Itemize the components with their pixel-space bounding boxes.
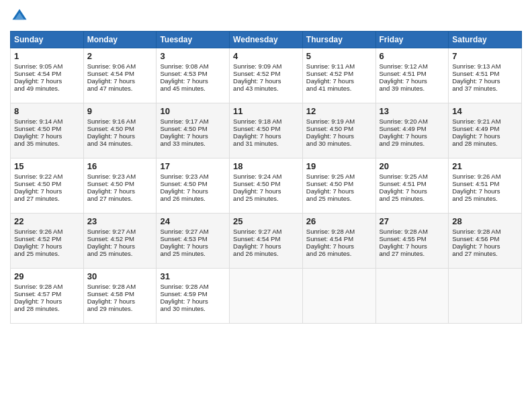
day-detail: Sunset: 4:50 PM [14,180,80,187]
day-detail: and 25 minutes. [306,195,372,202]
day-detail: Sunset: 4:51 PM [380,70,445,77]
day-detail: and 27 minutes. [87,195,153,202]
col-header-thursday: Thursday [302,32,375,48]
day-detail: Sunset: 4:59 PM [160,290,226,298]
week-row-0: 1Sunrise: 9:05 AMSunset: 4:54 PMDaylight… [11,48,522,103]
day-detail: and 25 minutes. [14,250,80,257]
day-detail: and 37 minutes. [452,85,518,92]
day-cell: 10Sunrise: 9:17 AMSunset: 4:50 PMDayligh… [157,103,230,158]
day-detail: Sunrise: 9:26 AM [14,228,80,235]
day-detail: Sunset: 4:54 PM [14,70,80,77]
col-header-tuesday: Tuesday [157,32,230,48]
day-cell: 8Sunrise: 9:14 AMSunset: 4:50 PMDaylight… [11,103,84,158]
day-number: 29 [14,271,80,281]
day-cell: 7Sunrise: 9:13 AMSunset: 4:51 PMDaylight… [449,48,522,103]
day-cell: 9Sunrise: 9:16 AMSunset: 4:50 PMDaylight… [83,103,157,158]
col-header-wednesday: Wednesday [230,32,303,48]
day-detail: Sunrise: 9:27 AM [87,228,153,235]
day-number: 16 [87,161,153,171]
day-detail: Sunrise: 9:27 AM [233,228,299,235]
day-detail: Sunset: 4:54 PM [87,70,153,77]
day-number: 15 [14,161,80,171]
day-detail: Daylight: 7 hours [160,187,226,195]
day-detail: Sunrise: 9:23 AM [160,173,226,180]
day-detail: Daylight: 7 hours [380,77,445,85]
day-detail: Sunset: 4:51 PM [452,70,518,77]
day-number: 20 [380,161,445,171]
day-cell [230,269,303,324]
day-detail: and 30 minutes. [306,140,372,147]
day-detail: Daylight: 7 hours [233,132,299,140]
day-number: 9 [87,106,153,116]
day-cell [375,269,449,324]
day-number: 4 [233,51,299,61]
day-number: 10 [160,106,226,116]
day-detail: Daylight: 7 hours [160,298,226,305]
week-row-3: 22Sunrise: 9:26 AMSunset: 4:52 PMDayligh… [11,214,522,269]
day-cell: 13Sunrise: 9:20 AMSunset: 4:49 PMDayligh… [375,103,449,158]
week-row-1: 8Sunrise: 9:14 AMSunset: 4:50 PMDaylight… [11,103,522,158]
header-row: SundayMondayTuesdayWednesdayThursdayFrid… [11,32,522,48]
day-detail: Sunrise: 9:06 AM [87,62,153,70]
day-detail: Sunrise: 9:28 AM [160,283,226,290]
day-detail: Daylight: 7 hours [87,242,153,250]
day-detail: Sunset: 4:54 PM [233,235,299,242]
day-detail: Daylight: 7 hours [233,187,299,195]
day-detail: Sunrise: 9:16 AM [87,118,153,125]
day-detail: and 47 minutes. [87,85,153,92]
day-detail: Sunset: 4:53 PM [160,235,226,242]
day-number: 6 [380,51,445,61]
day-detail: Sunset: 4:49 PM [380,125,445,132]
day-detail: Sunset: 4:56 PM [452,235,518,242]
day-detail: Sunset: 4:52 PM [14,235,80,242]
day-detail: Daylight: 7 hours [14,298,80,305]
day-detail: Sunset: 4:50 PM [87,125,153,132]
day-detail: Sunrise: 9:28 AM [452,228,518,235]
calendar-table: SundayMondayTuesdayWednesdayThursdayFrid… [10,31,522,324]
col-header-monday: Monday [83,32,157,48]
day-cell: 18Sunrise: 9:24 AMSunset: 4:50 PMDayligh… [230,158,303,214]
day-detail: Sunrise: 9:19 AM [306,118,372,125]
day-detail: Sunset: 4:54 PM [306,235,372,242]
day-number: 26 [306,216,372,226]
week-row-2: 15Sunrise: 9:22 AMSunset: 4:50 PMDayligh… [11,158,522,214]
day-cell: 17Sunrise: 9:23 AMSunset: 4:50 PMDayligh… [157,158,230,214]
day-detail: Sunrise: 9:28 AM [14,283,80,290]
day-detail: Sunset: 4:57 PM [14,290,80,298]
day-detail: and 45 minutes. [160,85,226,92]
day-detail: Daylight: 7 hours [87,187,153,195]
day-cell: 28Sunrise: 9:28 AMSunset: 4:56 PMDayligh… [449,214,522,269]
day-cell: 4Sunrise: 9:09 AMSunset: 4:52 PMDaylight… [230,48,303,103]
day-detail: Sunrise: 9:25 AM [306,173,372,180]
day-cell: 26Sunrise: 9:28 AMSunset: 4:54 PMDayligh… [302,214,375,269]
day-detail: and 39 minutes. [380,85,445,92]
day-detail: Sunrise: 9:12 AM [380,62,445,70]
week-row-4: 29Sunrise: 9:28 AMSunset: 4:57 PMDayligh… [11,269,522,324]
day-detail: Daylight: 7 hours [306,187,372,195]
day-detail: and 29 minutes. [380,140,445,147]
day-cell [449,269,522,324]
col-header-sunday: Sunday [11,32,84,48]
day-cell: 14Sunrise: 9:21 AMSunset: 4:49 PMDayligh… [449,103,522,158]
day-detail: Sunrise: 9:05 AM [14,62,80,70]
day-number: 31 [160,271,226,281]
day-detail: and 29 minutes. [87,305,153,312]
day-detail: Sunrise: 9:28 AM [380,228,445,235]
day-detail: Sunset: 4:51 PM [452,180,518,187]
day-number: 30 [87,271,153,281]
day-number: 28 [452,216,518,226]
day-detail: Daylight: 7 hours [160,242,226,250]
day-detail: and 28 minutes. [452,140,518,147]
day-detail: and 25 minutes. [87,250,153,257]
day-detail: Daylight: 7 hours [452,242,518,250]
day-detail: Daylight: 7 hours [14,132,80,140]
day-number: 22 [14,216,80,226]
col-header-friday: Friday [375,32,449,48]
day-detail: Sunrise: 9:08 AM [160,62,226,70]
day-cell: 25Sunrise: 9:27 AMSunset: 4:54 PMDayligh… [230,214,303,269]
day-detail: and 27 minutes. [14,195,80,202]
day-detail: Sunrise: 9:18 AM [233,118,299,125]
day-detail: Sunset: 4:53 PM [160,70,226,77]
day-number: 1 [14,51,80,61]
day-detail: Daylight: 7 hours [306,77,372,85]
